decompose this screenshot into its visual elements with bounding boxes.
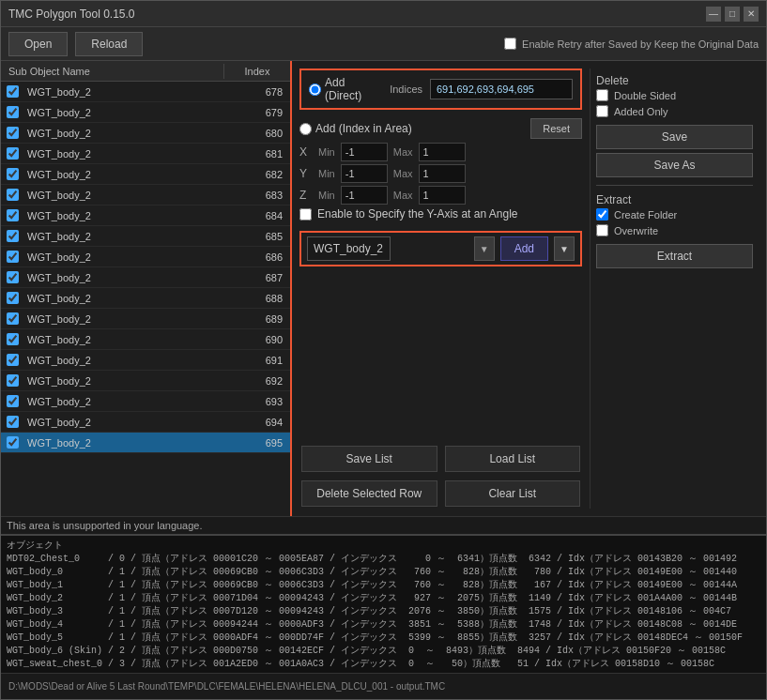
row-checkbox[interactable] xyxy=(7,271,19,283)
row-checkbox[interactable] xyxy=(7,209,19,221)
row-checkbox[interactable] xyxy=(7,85,19,98)
row-checkbox-cell xyxy=(1,416,23,428)
table-row[interactable]: WGT_body_2 687 xyxy=(1,267,290,288)
extract-title: Extract xyxy=(596,193,753,206)
row-checkbox[interactable] xyxy=(7,168,19,180)
table-row[interactable]: WGT_body_2 692 xyxy=(1,371,290,391)
table-row[interactable]: WGT_body_2 680 xyxy=(1,123,290,144)
action-row-1: Save List Load List xyxy=(299,444,582,474)
row-index: 695 xyxy=(236,437,290,449)
row-index: 687 xyxy=(236,272,290,283)
action-row-2: Delete Selected Row Clear List xyxy=(299,479,582,509)
indices-input[interactable] xyxy=(430,79,573,99)
save-list-button[interactable]: Save List xyxy=(301,446,437,472)
x-min-input[interactable] xyxy=(341,143,388,161)
add-area-radio[interactable] xyxy=(299,123,312,135)
load-list-button[interactable]: Load List xyxy=(445,446,581,472)
added-only-row: Added Only xyxy=(596,105,753,117)
console-line: WGT_body_5 / 1 / 頂点（アドレス 0000ADF4 ～ 000D… xyxy=(7,632,760,645)
row-checkbox[interactable] xyxy=(7,106,19,118)
z-min-input[interactable] xyxy=(341,186,388,205)
minimize-button[interactable]: — xyxy=(706,7,721,22)
row-checkbox[interactable] xyxy=(7,292,19,304)
table-row[interactable]: WGT_body_2 690 xyxy=(1,329,290,350)
wgt-select-wrapper: WGT_body_2 ▼ xyxy=(307,236,495,261)
extract-button[interactable]: Extract xyxy=(596,244,753,268)
row-checkbox-cell xyxy=(1,127,23,139)
table-row[interactable]: WGT_body_2 679 xyxy=(1,102,290,123)
save-button[interactable]: Save xyxy=(596,125,753,149)
title-bar: TMC Polygon Tool 0.15.0 — □ ✕ xyxy=(1,1,766,27)
add-button[interactable]: Add xyxy=(500,236,548,261)
row-checkbox[interactable] xyxy=(7,147,19,160)
console-line: WGT_body_3 / 1 / 頂点（アドレス 0007D120 ～ 0009… xyxy=(7,605,760,618)
y-min-input[interactable] xyxy=(341,164,388,183)
row-checkbox[interactable] xyxy=(7,189,19,201)
row-name: WGT_body_2 xyxy=(23,251,236,263)
table-row[interactable]: WGT_body_2 684 xyxy=(1,205,290,226)
row-checkbox[interactable] xyxy=(7,436,19,449)
x-max-input[interactable] xyxy=(419,143,466,161)
y-max-input[interactable] xyxy=(419,164,466,183)
row-index: 689 xyxy=(236,313,290,325)
x-axis-row: X Min Max xyxy=(299,143,582,161)
overwrite-row: Overwrite xyxy=(596,224,753,236)
maximize-button[interactable]: □ xyxy=(725,7,740,22)
row-index: 688 xyxy=(236,293,290,304)
add-dropdown-arrow[interactable]: ▼ xyxy=(554,236,575,261)
row-checkbox[interactable] xyxy=(7,374,19,387)
double-sided-checkbox[interactable] xyxy=(596,89,608,101)
table-row[interactable]: WGT_body_2 694 xyxy=(1,412,290,433)
save-as-button[interactable]: Save As xyxy=(596,153,753,177)
overwrite-checkbox[interactable] xyxy=(596,224,608,236)
x-axis-label: X xyxy=(299,145,313,159)
row-checkbox[interactable] xyxy=(7,395,19,407)
table-row[interactable]: WGT_body_2 683 xyxy=(1,185,290,205)
table-row[interactable]: WGT_body_2 678 xyxy=(1,82,290,102)
table-row[interactable]: WGT_body_2 688 xyxy=(1,288,290,309)
add-direct-radio[interactable] xyxy=(309,84,321,96)
table-row[interactable]: WGT_body_2 682 xyxy=(1,164,290,185)
row-checkbox[interactable] xyxy=(7,333,19,345)
clear-list-button[interactable]: Clear List xyxy=(445,480,581,507)
row-checkbox-cell xyxy=(1,292,23,304)
unsupported-message: This area is unsupported in your languag… xyxy=(1,516,766,534)
row-index: 691 xyxy=(236,355,290,366)
enable-retry-checkbox[interactable] xyxy=(504,38,516,50)
table-row[interactable]: WGT_body_2 686 xyxy=(1,247,290,267)
table-row[interactable]: WGT_body_2 689 xyxy=(1,309,290,329)
table-body[interactable]: WGT_body_2 678 WGT_body_2 679 WGT_body_2… xyxy=(1,82,290,516)
open-button[interactable]: Open xyxy=(8,32,68,56)
delete-selected-button[interactable]: Delete Selected Row xyxy=(301,480,437,507)
row-checkbox[interactable] xyxy=(7,230,19,242)
create-folder-checkbox[interactable] xyxy=(596,208,608,221)
z-max-input[interactable] xyxy=(419,186,466,205)
table-row[interactable]: WGT_body_2 695 xyxy=(1,433,290,453)
row-name: WGT_body_2 xyxy=(23,128,236,139)
wgt-select[interactable]: WGT_body_2 xyxy=(307,236,391,261)
row-checkbox[interactable] xyxy=(7,251,19,263)
double-sided-row: Double Sided xyxy=(596,89,753,101)
reload-button[interactable]: Reload xyxy=(75,32,143,56)
table-row[interactable]: WGT_body_2 685 xyxy=(1,226,290,247)
table-row[interactable]: WGT_body_2 681 xyxy=(1,144,290,164)
reset-button[interactable]: Reset xyxy=(530,118,582,139)
table-row[interactable]: WGT_body_2 693 xyxy=(1,391,290,412)
row-checkbox[interactable] xyxy=(7,354,19,366)
delete-section: Delete Double Sided Added Only Save Save… xyxy=(596,74,753,177)
row-checkbox[interactable] xyxy=(7,312,19,325)
row-checkbox[interactable] xyxy=(7,416,19,428)
add-direct-radio-label[interactable]: Add (Direct) xyxy=(309,76,382,102)
console-line: WGT_body_6 (Skin) / 2 / 頂点（アドレス 000D0750… xyxy=(7,645,760,658)
y-axis-angle-checkbox[interactable] xyxy=(299,208,312,221)
row-checkbox[interactable] xyxy=(7,127,19,139)
table-row[interactable]: WGT_body_2 691 xyxy=(1,350,290,371)
col-sub-object-name: Sub Object Name xyxy=(1,64,224,79)
console-line: オブジェクト xyxy=(7,540,760,553)
add-direct-box: Add (Direct) Indices xyxy=(299,68,582,110)
close-button[interactable]: ✕ xyxy=(744,7,759,22)
added-only-checkbox[interactable] xyxy=(596,105,608,117)
add-area-radio-label[interactable]: Add (Index in Area) xyxy=(299,122,412,135)
app-window: TMC Polygon Tool 0.15.0 — □ ✕ Open Reloa… xyxy=(0,0,767,700)
add-area-radio-row: Add (Index in Area) Reset xyxy=(299,118,582,139)
